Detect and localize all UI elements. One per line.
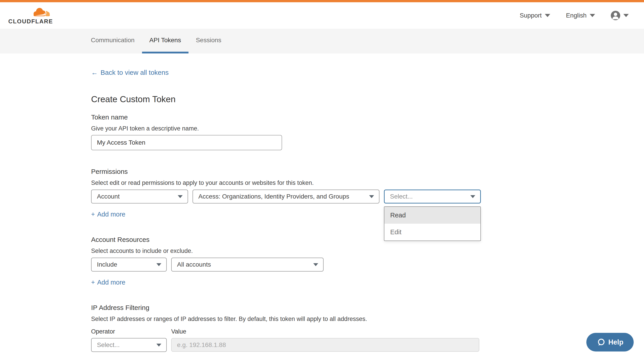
chevron-down-icon xyxy=(545,14,550,17)
ip-filtering-row: Select... xyxy=(91,338,644,352)
plus-icon: + xyxy=(91,278,95,286)
ip-filtering-labels: Operator Value xyxy=(91,328,644,335)
add-more-label: Add more xyxy=(97,278,126,286)
back-arrow-icon: ← xyxy=(91,68,98,77)
cloudflare-logo[interactable]: CLOUDFLARE xyxy=(8,6,53,25)
plus-icon: + xyxy=(91,210,95,218)
chevron-down-icon xyxy=(470,195,475,198)
account-resources-section: Account Resources Select accounts to inc… xyxy=(91,235,644,286)
permission-scope-select[interactable]: Access: Organizations, Identity Provider… xyxy=(192,190,380,203)
chevron-down-icon xyxy=(623,14,629,17)
permission-scope-value: Access: Organizations, Identity Provider… xyxy=(198,193,349,200)
resource-mode-select[interactable]: Include xyxy=(91,258,167,271)
resource-accounts-select[interactable]: All accounts xyxy=(171,258,324,271)
top-accent-bar xyxy=(0,0,644,2)
permission-level-select-wrap: Select... Read Edit xyxy=(384,190,481,203)
token-name-heading: Token name xyxy=(91,113,644,122)
header: CLOUDFLARE Support English xyxy=(0,2,644,29)
chevron-down-icon xyxy=(156,263,161,266)
chevron-down-icon xyxy=(178,195,183,198)
account-resources-row: Include All accounts xyxy=(91,258,644,271)
cloudflare-logo-text: CLOUDFLARE xyxy=(8,18,53,25)
cloudflare-cloud-icon xyxy=(30,6,52,18)
permissions-row: Account Access: Organizations, Identity … xyxy=(91,190,644,203)
tab-sessions[interactable]: Sessions xyxy=(188,29,229,54)
permission-level-dropdown-menu: Read Edit xyxy=(384,206,481,241)
account-resources-add-more-link[interactable]: + Add more xyxy=(91,278,126,286)
token-name-description: Give your API token a descriptive name. xyxy=(91,125,644,132)
token-name-section: Token name Give your API token a descrip… xyxy=(91,113,644,150)
chevron-down-icon xyxy=(313,263,318,266)
menu-option-read[interactable]: Read xyxy=(384,207,480,224)
support-menu[interactable]: Support xyxy=(520,12,550,19)
back-to-tokens-link[interactable]: ← Back to view all tokens xyxy=(91,68,168,77)
chat-bubble-icon xyxy=(597,338,605,346)
ip-operator-placeholder: Select... xyxy=(97,341,120,348)
permission-category-value: Account xyxy=(97,193,120,200)
cloudflare-dashboard: CLOUDFLARE Support English xyxy=(0,0,644,358)
account-resources-heading: Account Resources xyxy=(91,235,644,244)
chevron-down-icon xyxy=(590,14,595,17)
help-button-label: Help xyxy=(608,338,623,346)
menu-option-edit[interactable]: Edit xyxy=(384,224,480,240)
tab-api-tokens[interactable]: API Tokens xyxy=(142,29,188,54)
user-avatar-icon xyxy=(611,11,620,20)
permission-level-select[interactable]: Select... xyxy=(384,190,481,203)
permission-level-placeholder: Select... xyxy=(390,193,413,200)
operator-label: Operator xyxy=(91,328,171,335)
account-menu[interactable] xyxy=(611,11,629,20)
permissions-heading: Permissions xyxy=(91,167,644,176)
permissions-section: Permissions Select edit or read permissi… xyxy=(91,167,644,218)
help-button[interactable]: Help xyxy=(586,333,634,351)
ip-filtering-description: Select IP addresses or ranges of IP addr… xyxy=(91,315,644,323)
ip-filtering-heading: IP Address Filtering xyxy=(91,303,644,312)
ip-operator-select[interactable]: Select... xyxy=(91,338,167,352)
page-title: Create Custom Token xyxy=(91,94,644,104)
tab-bar: Communication API Tokens Sessions xyxy=(0,29,644,54)
permissions-description: Select edit or read permissions to apply… xyxy=(91,179,644,187)
add-more-label: Add more xyxy=(97,210,126,218)
language-menu[interactable]: English xyxy=(566,12,595,19)
resource-mode-value: Include xyxy=(97,261,117,268)
value-label: Value xyxy=(171,328,186,335)
ip-value-input[interactable] xyxy=(171,338,479,352)
permissions-add-more-link[interactable]: + Add more xyxy=(91,210,126,218)
resource-accounts-value: All accounts xyxy=(177,261,211,268)
permission-category-select[interactable]: Account xyxy=(91,190,188,203)
chevron-down-icon xyxy=(156,344,161,346)
token-name-input[interactable] xyxy=(91,135,282,150)
language-menu-label: English xyxy=(566,12,586,19)
chevron-down-icon xyxy=(369,195,374,198)
back-link-label: Back to view all tokens xyxy=(100,68,168,77)
main-content: ← Back to view all tokens Create Custom … xyxy=(0,54,644,352)
tab-communication[interactable]: Communication xyxy=(84,29,142,54)
header-nav: Support English xyxy=(520,11,629,20)
ip-filtering-section: IP Address Filtering Select IP addresses… xyxy=(91,303,644,352)
support-menu-label: Support xyxy=(520,12,542,19)
account-resources-description: Select accounts to include or exclude. xyxy=(91,247,644,255)
